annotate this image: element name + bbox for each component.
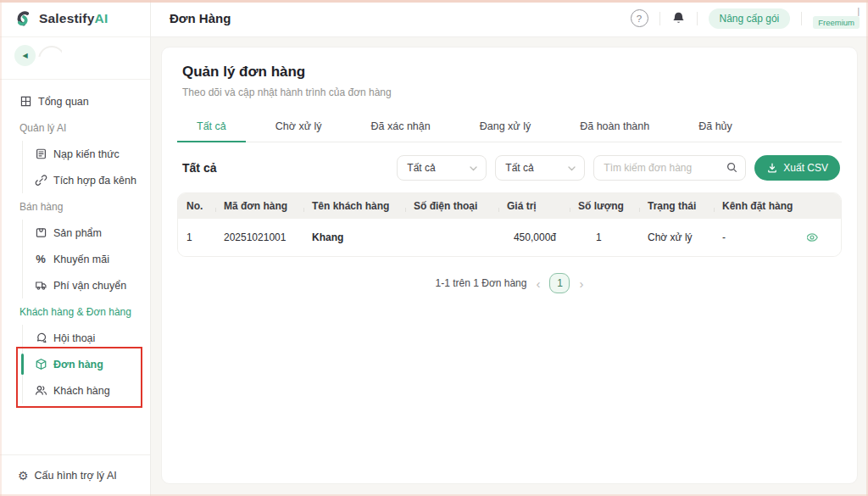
grid-icon xyxy=(19,95,32,109)
plan-badge: Freemium xyxy=(813,16,860,29)
app-screen: SalestifyAI ◀ Tổng quan Quản lý AI Nạp k… xyxy=(0,0,868,496)
percent-icon: % xyxy=(34,253,47,266)
chevron-down-icon xyxy=(568,166,576,171)
page-header-title: Đơn Hàng xyxy=(170,11,231,25)
truck-icon xyxy=(34,279,47,293)
col-customer: Tên khách hàng xyxy=(303,200,405,212)
filter-controls: Tất cả Tất cả Xuấ xyxy=(397,155,840,181)
page-number-button[interactable]: 1 xyxy=(549,273,570,293)
cell-channel: - xyxy=(714,231,807,243)
help-icon[interactable]: ? xyxy=(631,9,648,27)
status-filter-value: Tất cả xyxy=(407,162,435,174)
col-quantity: Số lượng xyxy=(570,200,639,212)
brand-s-icon xyxy=(13,8,32,28)
tab-completed[interactable]: Đã hoàn thành xyxy=(560,113,669,142)
tab-confirmed[interactable]: Đã xác nhận xyxy=(352,113,450,142)
cell-status: Chờ xử lý xyxy=(639,231,714,243)
sidebar-item-label: Phí vận chuyển xyxy=(53,280,126,292)
sidebar-group-customers-orders: Hội thoại Đơn hàng Khách hàng xyxy=(22,325,150,404)
page-title: Quản lý đơn hàng xyxy=(177,64,842,81)
people-icon xyxy=(34,384,47,398)
next-page-icon[interactable]: › xyxy=(579,277,583,290)
cell-value: 450,000đ xyxy=(498,231,570,243)
sidebar: SalestifyAI ◀ Tổng quan Quản lý AI Nạp k… xyxy=(0,0,151,496)
cell-quantity: 1 xyxy=(570,231,639,243)
sidebar-section-customers-orders: Khách hàng & Đơn hàng xyxy=(0,298,150,325)
upgrade-plan-button[interactable]: Nâng cấp gói xyxy=(709,8,791,29)
header-divider xyxy=(659,12,660,25)
gear-icon: ⚙ xyxy=(18,470,29,482)
notifications-bell-icon[interactable] xyxy=(671,11,686,25)
tab-cancelled[interactable]: Đã hủy xyxy=(679,113,752,142)
col-status: Trạng thái xyxy=(639,200,714,212)
tab-processing[interactable]: Đang xử lý xyxy=(460,113,550,142)
search-icon[interactable] xyxy=(726,161,738,177)
link-icon xyxy=(34,174,47,187)
pagination-summary: 1-1 trên 1 Đơn hàng xyxy=(436,277,527,289)
table-header-row: No. Mã đơn hàng Tên khách hàng Số điện t… xyxy=(178,193,841,219)
top-header: Đơn Hàng ? Nâng cấp gói | Freemium xyxy=(151,0,868,37)
cube-icon xyxy=(34,358,47,371)
sidebar-item-label: Nạp kiến thức xyxy=(53,148,120,160)
search-input[interactable] xyxy=(593,155,746,181)
book-icon xyxy=(34,148,47,161)
sidebar-item-knowledge[interactable]: Nạp kiến thức xyxy=(23,141,150,167)
header-divider xyxy=(697,12,698,25)
sidebar-item-promotions[interactable]: % Khuyến mãi xyxy=(23,246,150,272)
cell-order-code-link[interactable]: 20251021001 xyxy=(215,231,303,243)
tab-pending[interactable]: Chờ xử lý xyxy=(256,113,342,142)
avatar-skeleton xyxy=(38,46,62,57)
order-search xyxy=(593,155,746,181)
sidebar-item-label: Hội thoại xyxy=(53,332,95,344)
sidebar-item-label: Sản phẩm xyxy=(53,227,102,239)
sidebar-collapse-row: ◀ xyxy=(0,37,150,79)
sidebar-section-sales: Bán hàng xyxy=(0,193,150,220)
sidebar-group-ai: Nạp kiến thức Tích hợp đa kênh xyxy=(22,141,150,193)
tab-all[interactable]: Tất cả xyxy=(177,113,246,142)
account-plan[interactable]: | Freemium xyxy=(813,8,861,29)
main-content: Quản lý đơn hàng Theo dõi và cập nhật hà… xyxy=(151,37,868,496)
sidebar-group-sales: Sản phẩm % Khuyến mãi Phí vận chuyển xyxy=(22,220,150,298)
header-actions: ? Nâng cấp gói | Freemium xyxy=(631,8,861,29)
col-no: No. xyxy=(178,200,215,212)
header-divider xyxy=(801,12,802,25)
channel-filter-select[interactable]: Tất cả xyxy=(495,155,585,181)
status-filter-select[interactable]: Tất cả xyxy=(397,155,487,181)
channel-filter-value: Tất cả xyxy=(505,162,533,174)
sidebar-item-products[interactable]: Sản phẩm xyxy=(23,220,150,246)
sidebar-item-label: Khuyến mãi xyxy=(53,254,109,265)
annotated-items: Đơn hàng Khách hàng xyxy=(23,351,150,404)
sidebar-item-customers[interactable]: Khách hàng xyxy=(23,377,150,404)
status-tabs: Tất cả Chờ xử lý Đã xác nhận Đang xử lý … xyxy=(177,113,842,142)
filter-bar: Tất cả Tất cả Tất cả xyxy=(177,155,842,181)
sidebar-item-shipping[interactable]: Phí vận chuyển xyxy=(23,272,150,298)
table-row[interactable]: 1 20251021001 Khang 450,000đ 1 Chờ xử lý… xyxy=(178,219,841,256)
pagination: 1-1 trên 1 Đơn hàng ‹ 1 › xyxy=(177,273,842,293)
view-order-eye-icon[interactable] xyxy=(807,231,819,244)
filter-heading: Tất cả xyxy=(182,161,216,175)
sidebar-item-label: Đơn hàng xyxy=(53,359,103,371)
plan-divider-mark: | xyxy=(857,8,860,15)
col-channel: Kênh đặt hàng xyxy=(714,200,807,212)
sidebar-item-integrations[interactable]: Tích hợp đa kênh xyxy=(23,167,150,193)
sidebar-item-ai-config[interactable]: ⚙ Cấu hình trợ lý AI xyxy=(0,454,150,496)
sidebar-section-ai: Quản lý AI xyxy=(0,114,150,141)
sidebar-item-overview[interactable]: Tổng quan xyxy=(0,88,150,114)
export-csv-button[interactable]: Xuất CSV xyxy=(754,155,840,181)
sidebar-item-label: Cấu hình trợ lý AI xyxy=(35,470,117,482)
brand-name: SalestifyAI xyxy=(39,11,108,26)
orders-card: Quản lý đơn hàng Theo dõi và cập nhật hà… xyxy=(161,47,858,484)
prev-page-icon[interactable]: ‹ xyxy=(536,277,540,290)
chat-icon xyxy=(34,332,47,345)
orders-table: No. Mã đơn hàng Tên khách hàng Số điện t… xyxy=(177,192,842,257)
sidebar-item-conversations[interactable]: Hội thoại xyxy=(23,325,150,351)
sidebar-collapse-button[interactable]: ◀ xyxy=(14,45,36,66)
col-value: Giá trị xyxy=(498,200,570,212)
download-icon xyxy=(766,162,778,174)
product-box-icon xyxy=(34,226,47,240)
sidebar-item-orders[interactable]: Đơn hàng xyxy=(23,351,150,377)
sidebar-item-label: Tổng quan xyxy=(38,96,89,108)
brand-logo[interactable]: SalestifyAI xyxy=(0,0,150,37)
sidebar-nav: Tổng quan Quản lý AI Nạp kiến thức Tích … xyxy=(0,80,150,404)
export-csv-label: Xuất CSV xyxy=(783,162,828,174)
